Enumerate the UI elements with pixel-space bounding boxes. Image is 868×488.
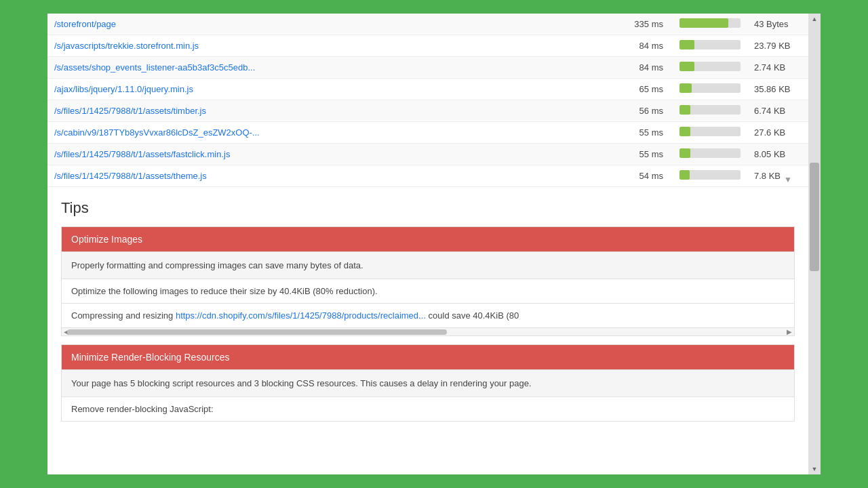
scroll-down-arrow[interactable]: ▼	[808, 464, 821, 474]
tip-compress-link[interactable]: https://cdn.shopify.com/s/files/1/1425/7…	[176, 310, 426, 321]
resource-row: /s/assets/shop_events_listener-aa5b3af3c…	[47, 57, 808, 79]
resource-row: /ajax/libs/jquery/1.11.0/jquery.min.js65…	[47, 79, 808, 100]
tip-minimize-render-header: Minimize Render-Blocking Resources	[62, 345, 794, 369]
tip-optimize-images: Optimize Images Properly formatting and …	[61, 226, 795, 336]
scroll-right-arrow[interactable]: ▶	[785, 328, 794, 336]
resource-size: 2.74 KB	[747, 57, 808, 79]
resource-table: /storefront/page335 ms43 Bytes/s/javascr…	[47, 14, 808, 187]
resource-bar	[673, 79, 747, 100]
resource-url[interactable]: /s/assets/shop_events_listener-aa5b3af3c…	[47, 57, 625, 79]
tip-minimize-render-description: Your page has 5 blocking script resource…	[62, 369, 794, 396]
resource-time: 65 ms	[625, 79, 673, 100]
resource-url[interactable]: /s/files/1/1425/7988/t/1/assets/fastclic…	[47, 144, 625, 165]
resource-row: /storefront/page335 ms43 Bytes	[47, 14, 808, 35]
resource-time: 56 ms	[625, 100, 673, 122]
resource-size: 7.8 KB	[747, 165, 808, 187]
tip-minimize-render-detail: Remove render-blocking JavaScript:	[62, 396, 794, 421]
resource-size: 43 Bytes	[747, 14, 808, 35]
resource-row: /s/files/1/1425/7988/t/1/assets/theme.js…	[47, 165, 808, 187]
horizontal-scroll-thumb[interactable]	[67, 329, 447, 335]
resource-url[interactable]: /ajax/libs/jquery/1.11.0/jquery.min.js	[47, 79, 625, 100]
resource-time: 335 ms	[625, 14, 673, 35]
tip-optimize-images-detail1: Optimize the following images to reduce …	[62, 279, 794, 303]
tip-compress-prefix: Compressing and resizing	[71, 310, 176, 321]
scroll-down-indicator: ▼	[784, 175, 792, 184]
tip-optimize-images-detail2: Compressing and resizing https://cdn.sho…	[62, 303, 794, 327]
resource-url[interactable]: /storefront/page	[47, 14, 625, 35]
resource-row: /s/javascripts/trekkie.storefront.min.js…	[47, 35, 808, 57]
resource-bar	[673, 122, 747, 144]
resource-size: 23.79 KB	[747, 35, 808, 57]
right-scrollbar-thumb[interactable]	[810, 163, 819, 271]
resource-time: 84 ms	[625, 35, 673, 57]
resource-time: 55 ms	[625, 144, 673, 165]
resource-bar	[673, 35, 747, 57]
resource-size: 35.86 KB	[747, 79, 808, 100]
resource-size: 6.74 KB	[747, 100, 808, 122]
resource-time: 84 ms	[625, 57, 673, 79]
resource-time: 55 ms	[625, 122, 673, 144]
resource-bar	[673, 57, 747, 79]
resource-bar	[673, 14, 747, 35]
resource-url[interactable]: /s/javascripts/trekkie.storefront.min.js	[47, 35, 625, 57]
resource-row: /s/files/1/1425/7988/t/1/assets/fastclic…	[47, 144, 808, 165]
resource-url[interactable]: /s/files/1/1425/7988/t/1/assets/timber.j…	[47, 100, 625, 122]
tips-title: Tips	[61, 199, 795, 217]
tip-optimize-detail-prefix: Optimize the following images to reduce …	[71, 286, 378, 296]
tips-section: Tips Optimize Images Properly formatting…	[47, 187, 808, 422]
tip-optimize-images-header: Optimize Images	[62, 227, 794, 251]
resource-bar	[673, 100, 747, 122]
scroll-up-arrow[interactable]: ▲	[808, 14, 821, 24]
resource-bar	[673, 165, 747, 187]
resource-row: /s/cabin/v9/187TYb8ysVvxar86lcDsZ_esZW2x…	[47, 122, 808, 144]
tip-optimize-images-description: Properly formatting and compressing imag…	[62, 251, 794, 279]
horizontal-scrollbar[interactable]: ◀ ▶	[62, 327, 794, 336]
resource-url[interactable]: /s/files/1/1425/7988/t/1/assets/theme.js	[47, 165, 625, 187]
resource-table-wrapper: /storefront/page335 ms43 Bytes/s/javascr…	[47, 14, 808, 187]
right-scrollbar[interactable]: ▲ ▼	[808, 14, 821, 474]
resource-row: /s/files/1/1425/7988/t/1/assets/timber.j…	[47, 100, 808, 122]
resource-size: 27.6 KB	[747, 122, 808, 144]
resource-url[interactable]: /s/cabin/v9/187TYb8ysVvxar86lcDsZ_esZW2x…	[47, 122, 625, 144]
resource-size: 8.05 KB	[747, 144, 808, 165]
resource-bar	[673, 144, 747, 165]
tip-minimize-render: Minimize Render-Blocking Resources Your …	[61, 344, 795, 422]
resource-time: 54 ms	[625, 165, 673, 187]
tip-compress-suffix: could save 40.4KiB (80	[426, 310, 519, 321]
